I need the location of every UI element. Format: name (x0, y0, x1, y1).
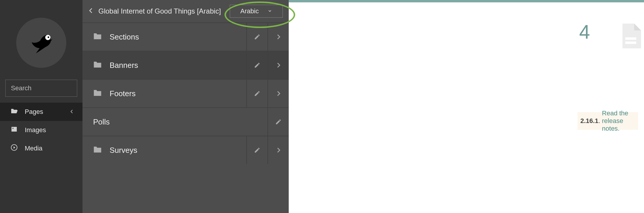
chevron-down-icon (267, 7, 272, 15)
logo (0, 6, 82, 77)
release-banner: 2.16.1 . Read the release notes. (577, 112, 638, 130)
sidebar-item-pages[interactable]: Pages (0, 103, 82, 121)
explorer-item-label: Polls (93, 117, 110, 127)
stat-documents: 2 Documents (620, 24, 644, 53)
explorer-row-polls: Polls (82, 107, 289, 136)
language-select-value: Arabic (240, 7, 259, 15)
explorer-item[interactable]: Surveys (82, 136, 246, 164)
explorer-panel: Global Internet of Good Things [Arabic] … (82, 0, 289, 213)
folder-icon (93, 61, 102, 70)
sidebar-item-images[interactable]: Images (0, 121, 82, 139)
edit-button[interactable] (246, 136, 267, 164)
folder-icon (93, 146, 102, 155)
edit-button[interactable] (246, 51, 267, 79)
svg-rect-5 (625, 42, 636, 44)
edit-button[interactable] (246, 80, 267, 107)
sidebar-item-label: Pages (25, 108, 43, 116)
back-button[interactable] (88, 7, 94, 15)
sidebar-item-label: Media (25, 145, 42, 152)
sidebar-item-label: Images (25, 126, 46, 134)
folder-icon (93, 32, 102, 41)
explorer-item[interactable]: Sections (82, 23, 246, 51)
folder-open-icon (11, 107, 18, 116)
release-dot: . (598, 117, 600, 125)
svg-point-2 (12, 128, 14, 129)
explorer-item-label: Surveys (110, 146, 137, 155)
explorer-item[interactable]: Polls (82, 108, 267, 136)
explorer-row-sections: Sections (82, 22, 289, 51)
chevron-left-icon (70, 108, 74, 116)
accent-bar (289, 0, 644, 2)
release-notes-link[interactable]: Read the release notes. (602, 109, 635, 132)
edit-button[interactable] (246, 23, 267, 51)
content-area: 4 2 Documents 2.16.1 . Read the release … (289, 0, 644, 213)
logo-circle (16, 18, 66, 68)
search-input[interactable] (11, 84, 92, 92)
breadcrumb[interactable]: Global Internet of Good Things [Arabic] (98, 7, 221, 15)
document-icon (620, 24, 641, 50)
explorer-item-label: Banners (110, 61, 138, 70)
explorer-item-label: Sections (110, 32, 139, 42)
folder-icon (93, 89, 102, 98)
sidebar-item-media[interactable]: Media (0, 139, 82, 158)
release-version: 2.16.1 (580, 117, 598, 125)
stat-count-partial: 4 (579, 21, 590, 43)
play-icon (11, 144, 18, 153)
svg-rect-4 (625, 37, 636, 40)
bird-icon (28, 30, 55, 56)
expand-button[interactable] (267, 51, 289, 79)
expand-button[interactable] (267, 80, 289, 107)
search-box[interactable] (5, 80, 77, 97)
edit-button[interactable] (267, 108, 289, 136)
explorer-item-label: Footers (110, 89, 136, 98)
sidebar: PagesImagesMedia (0, 0, 82, 213)
svg-point-1 (48, 36, 49, 38)
explorer-row-surveys: Surveys (82, 136, 289, 164)
explorer-header: Global Internet of Good Things [Arabic] … (82, 0, 289, 22)
explorer-item[interactable]: Footers (82, 80, 246, 107)
explorer-row-footers: Footers (82, 79, 289, 107)
explorer-item[interactable]: Banners (82, 51, 246, 79)
image-icon (11, 126, 18, 135)
expand-button[interactable] (267, 23, 289, 51)
explorer-row-banners: Banners (82, 51, 289, 79)
expand-button[interactable] (267, 136, 289, 164)
language-select[interactable]: Arabic (230, 5, 283, 18)
